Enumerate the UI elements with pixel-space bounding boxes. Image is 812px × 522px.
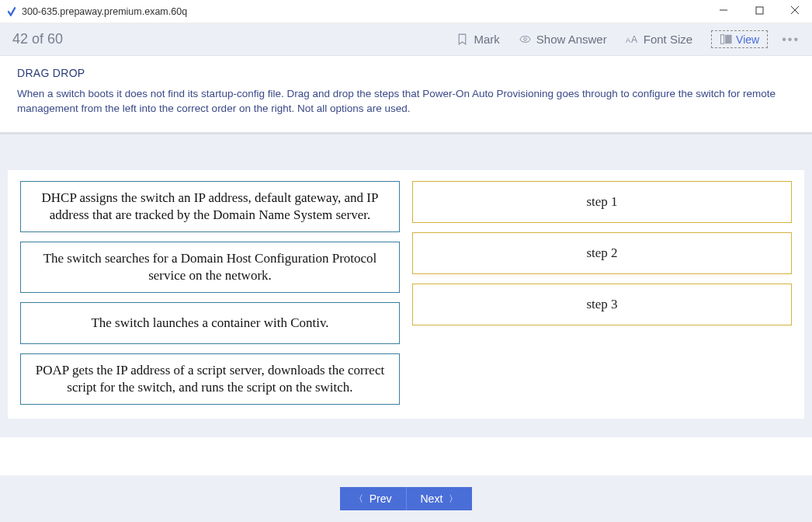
source-item[interactable]: DHCP assigns the switch an IP address, d… <box>20 181 400 232</box>
target-slot[interactable]: step 2 <box>412 232 792 274</box>
maximize-button[interactable] <box>748 6 770 17</box>
chevron-left-icon: 〈 <box>354 492 363 506</box>
font-size-icon: AA <box>626 33 639 46</box>
target-slot[interactable]: step 1 <box>412 181 792 223</box>
prev-label: Prev <box>370 492 392 505</box>
more-menu-button[interactable]: ••• <box>782 33 800 47</box>
window-titlebar: 300-635.prepaway.premium.exam.60q <box>0 0 812 23</box>
question-panel: DRAG DROP When a switch boots it does no… <box>0 56 812 134</box>
close-button[interactable] <box>784 5 806 17</box>
app-icon <box>6 6 17 17</box>
question-text: When a switch boots it does not find its… <box>17 87 795 117</box>
bookmark-icon <box>456 33 469 46</box>
svg-point-5 <box>524 38 527 41</box>
next-label: Next <box>421 492 443 505</box>
show-answer-label: Show Answer <box>536 33 607 46</box>
view-button[interactable]: View <box>711 30 768 48</box>
svg-text:A: A <box>626 37 631 44</box>
question-counter: 42 of 60 <box>12 31 63 47</box>
font-size-label: Font Size <box>644 33 692 46</box>
mark-label: Mark <box>474 33 499 46</box>
source-item[interactable]: The switch searches for a Domain Host Co… <box>20 242 400 293</box>
source-item[interactable]: The switch launches a container with Con… <box>20 302 400 344</box>
svg-point-4 <box>520 37 530 43</box>
next-button[interactable]: Next 〉 <box>407 487 473 510</box>
question-type-heading: DRAG DROP <box>17 67 795 79</box>
chevron-right-icon: 〉 <box>449 492 458 506</box>
svg-rect-1 <box>756 7 763 14</box>
source-item[interactable]: POAP gets the IP address of a script ser… <box>20 353 400 405</box>
minimize-button[interactable] <box>713 5 734 17</box>
eye-icon <box>519 33 532 46</box>
footer-nav: 〈 Prev Next 〉 <box>0 475 812 522</box>
mark-button[interactable]: Mark <box>456 33 499 46</box>
window-controls <box>713 5 806 17</box>
svg-rect-8 <box>721 35 724 44</box>
window-title: 300-635.prepaway.premium.exam.60q <box>22 6 187 17</box>
layout-icon <box>720 33 733 46</box>
font-size-button[interactable]: AA Font Size <box>626 33 692 46</box>
target-slot[interactable]: step 3 <box>412 284 792 325</box>
drag-drop-panel: DHCP assigns the switch an IP address, d… <box>0 134 812 438</box>
svg-rect-9 <box>725 35 732 44</box>
toolbar: 42 of 60 Mark Show Answer AA Font Size V… <box>0 23 812 56</box>
target-column: step 1 step 2 step 3 <box>412 181 792 405</box>
svg-text:A: A <box>631 34 637 45</box>
show-answer-button[interactable]: Show Answer <box>519 33 607 46</box>
prev-button[interactable]: 〈 Prev <box>340 487 407 510</box>
view-label: View <box>736 33 759 46</box>
source-column: DHCP assigns the switch an IP address, d… <box>20 181 400 405</box>
